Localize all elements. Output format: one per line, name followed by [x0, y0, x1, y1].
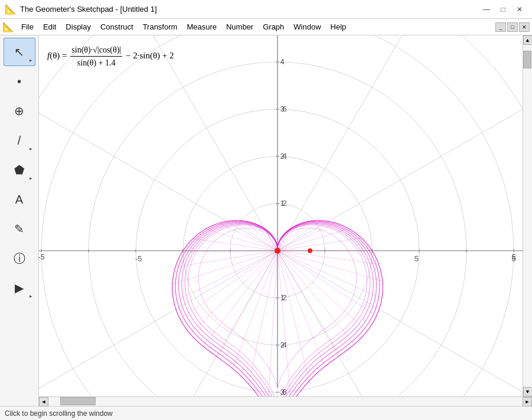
main-area: ↖▸•⊕/▸⬟▸A✎ⓘ▶▸ f(θ) = sin(θ)·√|cos(θ)| si…	[0, 35, 532, 406]
title-bar: 📐 The Geometer's Sketchpad - [Untitled 1…	[0, 0, 532, 19]
menu-items: FileEditDisplayConstructTransformMeasure…	[17, 21, 495, 33]
scroll-thumb-right[interactable]	[523, 51, 531, 68]
select-arrow-arrow-icon: ▸	[30, 57, 32, 63]
scroll-up-button[interactable]: ▲	[523, 35, 533, 45]
hand-tool[interactable]: ▶▸	[4, 274, 35, 302]
info-tool[interactable]: ⓘ	[4, 244, 35, 273]
title-controls: — □ ✕	[479, 3, 527, 16]
menu-item-display[interactable]: Display	[61, 21, 96, 33]
hand-arrow-icon: ▸	[30, 293, 32, 299]
marker-icon: ✎	[14, 222, 24, 236]
scroll-right-button[interactable]: ►	[523, 397, 532, 406]
menu-item-transform[interactable]: Transform	[138, 21, 182, 33]
compass-tool[interactable]: ⊕	[4, 97, 35, 125]
title-left: 📐 The Geometer's Sketchpad - [Untitled 1…	[5, 4, 157, 15]
menu-bar: 📐 FileEditDisplayConstructTransformMeasu…	[0, 19, 532, 35]
menu-item-edit[interactable]: Edit	[38, 21, 61, 33]
polygon-tool[interactable]: ⬟▸	[4, 156, 35, 184]
menu-item-graph[interactable]: Graph	[258, 21, 289, 33]
info-icon: ⓘ	[14, 251, 25, 267]
status-bar: Click to begin scrolling the window	[0, 406, 532, 420]
scroll-thumb-bottom[interactable]	[60, 397, 96, 405]
toolbar: ↖▸•⊕/▸⬟▸A✎ⓘ▶▸	[0, 35, 39, 406]
inner-close[interactable]: ✕	[519, 22, 530, 32]
restore-button[interactable]: □	[495, 3, 511, 16]
inner-restore[interactable]: □	[507, 22, 518, 32]
select-arrow-tool[interactable]: ↖▸	[4, 38, 35, 66]
status-text: Click to begin scrolling the window	[5, 409, 113, 418]
scroll-down-button[interactable]: ▼	[523, 387, 533, 396]
marker-tool[interactable]: ✎	[4, 215, 35, 243]
app-menu-icon: 📐	[2, 21, 14, 32]
menu-item-construct[interactable]: Construct	[96, 21, 138, 33]
menu-item-help[interactable]: Help	[326, 21, 351, 33]
menu-bar-controls: _ □ ✕	[495, 22, 530, 32]
select-arrow-icon: ↖	[14, 45, 24, 59]
scroll-track-right	[523, 45, 532, 387]
app-icon: 📐	[5, 4, 17, 15]
menu-item-number[interactable]: Number	[221, 21, 258, 33]
compass-icon: ⊕	[14, 104, 24, 118]
scroll-track-bottom	[48, 397, 523, 406]
scrollbar-right[interactable]: ▲ ▼	[523, 35, 532, 396]
select-point-icon: •	[17, 75, 21, 88]
inner-minimize[interactable]: _	[495, 22, 506, 32]
line-icon: /	[18, 134, 21, 147]
select-point-tool[interactable]: •	[4, 67, 35, 96]
polygon-icon: ⬟	[14, 163, 24, 177]
close-button[interactable]: ✕	[512, 3, 527, 16]
text-tool[interactable]: A	[4, 185, 35, 214]
line-arrow-icon: ▸	[30, 146, 32, 152]
title-text: The Geometer's Sketchpad - [Untitled 1]	[20, 5, 157, 14]
menu-item-file[interactable]: File	[17, 21, 38, 33]
minimize-button[interactable]: —	[479, 3, 494, 16]
canvas-area[interactable]: f(θ) = sin(θ)·√|cos(θ)| sin(θ) + 1.4 − 2…	[39, 35, 523, 396]
scroll-left-button[interactable]: ◄	[39, 397, 48, 406]
scrollbar-bottom[interactable]: ◄ ►	[39, 396, 532, 406]
menu-item-window[interactable]: Window	[289, 21, 325, 33]
polar-canvas	[39, 35, 523, 396]
menu-item-measure[interactable]: Measure	[182, 21, 221, 33]
text-icon: A	[15, 193, 23, 206]
hand-icon: ▶	[15, 281, 24, 295]
line-tool[interactable]: /▸	[4, 126, 35, 155]
polygon-arrow-icon: ▸	[30, 175, 32, 181]
